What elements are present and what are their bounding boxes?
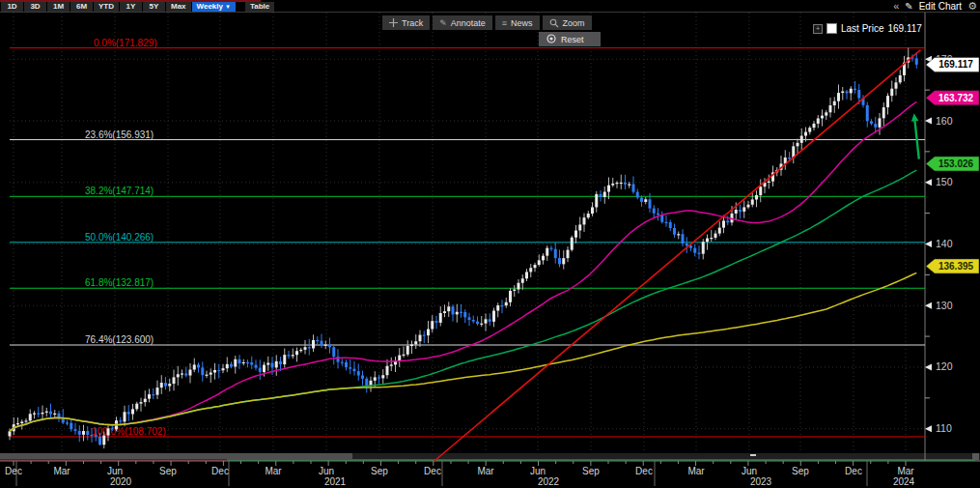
candle-body [525, 272, 528, 278]
candle-body [554, 249, 557, 258]
candle-body [538, 260, 541, 265]
year-label: 2020 [110, 476, 132, 487]
gear-icon[interactable]: ⚙ [967, 1, 977, 12]
candle-body [25, 420, 28, 421]
candle-body [95, 435, 98, 437]
collapse-icon[interactable]: « [893, 1, 899, 12]
candle-body [213, 370, 216, 373]
candle-body [722, 220, 725, 227]
candle-body [886, 96, 889, 107]
price-tick-label: 140 [936, 238, 953, 249]
news-label: News [511, 18, 533, 28]
candle-body [324, 345, 327, 346]
legend-expander-icon[interactable]: + [813, 24, 823, 34]
period-button-1y[interactable]: 1Y [120, 2, 142, 12]
candle-body [558, 258, 561, 264]
candle-body [890, 89, 893, 96]
candle-body [804, 132, 807, 136]
zoom-button[interactable]: Zoom [543, 15, 592, 30]
year-label: 2024 [893, 476, 915, 487]
candle-body [808, 128, 811, 131]
candle-body [275, 361, 278, 368]
candle-body [263, 365, 266, 372]
candle-body [509, 291, 512, 302]
price-bubble-value: 163.732 [938, 93, 974, 103]
candle-body [649, 199, 652, 208]
candle-body [341, 362, 344, 363]
candle-body [571, 238, 574, 250]
month-label: Mar [53, 466, 70, 476]
candle-body [193, 364, 196, 369]
zoom-icon [549, 18, 559, 28]
candle-body [357, 371, 360, 375]
period-button-3d[interactable]: 3D [24, 2, 46, 12]
reset-label: Reset [561, 35, 584, 44]
fib-label: 76.4%(123.600) [85, 334, 154, 345]
edit-chart-button[interactable]: Edit Chart [919, 1, 962, 12]
edit-chart-bar: « ✎ Edit Chart ⚙ [893, 1, 977, 12]
track-button[interactable]: Track [382, 15, 430, 30]
price-bubble-value: 153.026 [938, 158, 974, 169]
candle-body [817, 118, 820, 123]
candle-body [895, 82, 898, 88]
candle-body [226, 364, 229, 368]
candle-body [821, 116, 824, 119]
period-button-1m[interactable]: 1M [47, 2, 70, 12]
candle-body [542, 256, 545, 261]
candle-body [386, 366, 389, 375]
news-button[interactable]: ≡ News [495, 15, 540, 30]
price-tick-label: 150 [936, 176, 953, 187]
month-label: Jun [107, 466, 123, 476]
candle-body [452, 306, 455, 314]
table-button[interactable]: Table [245, 2, 274, 12]
candle-body [378, 377, 380, 378]
annotate-icon: ✎ [439, 18, 447, 28]
candle-body [353, 369, 356, 372]
candle-body [124, 412, 126, 421]
month-label: Jun [530, 466, 546, 476]
candle-body [706, 239, 709, 243]
candle-body [328, 345, 331, 348]
chart-window: DecMarJunSepDecMarJunSepDecMarJunSepDecM… [0, 0, 980, 488]
candle-body [279, 361, 282, 364]
period-button-max[interactable]: Max [166, 2, 191, 12]
zoom-label: Zoom [563, 18, 585, 28]
chevron-down-icon: ▼ [225, 4, 231, 10]
period-button-ytd[interactable]: YTD [94, 2, 119, 12]
candle-body [242, 362, 245, 363]
period-button-6m[interactable]: 6M [70, 2, 93, 12]
legend[interactable]: + Last Price 169.117 [813, 23, 922, 34]
candle-body [189, 370, 192, 376]
candle-body [797, 143, 799, 147]
candle-body [135, 404, 138, 410]
candle-body [518, 283, 520, 290]
candle-body [181, 373, 183, 374]
scrollbar-thumb[interactable] [0, 453, 352, 459]
scrollbar-end-button[interactable] [972, 453, 979, 460]
candle-body [485, 319, 488, 323]
month-label: Mar [687, 466, 705, 476]
period-button-5y[interactable]: 5Y [143, 2, 165, 12]
candle-body [735, 210, 738, 214]
reset-button[interactable]: Reset [539, 32, 601, 46]
annotate-button[interactable]: ✎ Annotate [433, 15, 492, 30]
candlestick-chart[interactable]: DecMarJunSepDecMarJunSepDecMarJunSepDecM… [0, 0, 980, 488]
candle-body [299, 350, 302, 351]
candle-body [173, 377, 176, 384]
candle-body [374, 377, 377, 380]
candle-body [611, 184, 614, 186]
candle-body [600, 194, 602, 197]
candle-body [370, 381, 373, 386]
candle-body [58, 414, 61, 417]
candle-body [567, 250, 570, 259]
candle-body [271, 363, 274, 368]
candle-body [850, 89, 853, 94]
interval-dropdown[interactable]: Weekly▼ [192, 2, 236, 12]
pencil-icon[interactable]: ✎ [905, 1, 912, 12]
candle-body [283, 355, 286, 364]
price-bubble-value: 136.395 [938, 261, 974, 272]
candle-body [505, 302, 508, 305]
candle-body [759, 187, 762, 195]
period-button-1d[interactable]: 1D [1, 2, 23, 12]
candle-body [131, 409, 134, 414]
